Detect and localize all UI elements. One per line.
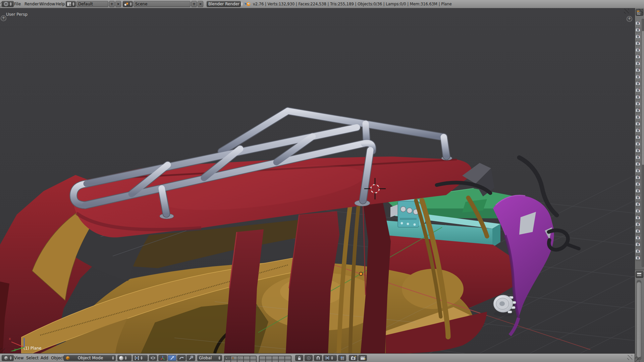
scene-lock-toggle[interactable]: [295, 355, 303, 361]
outliner-row-render-toggle[interactable]: [635, 34, 641, 40]
manipulator-scale-button[interactable]: [186, 355, 195, 361]
outliner-row-render-toggle[interactable]: [635, 168, 641, 174]
opengl-render-still-button[interactable]: [349, 355, 358, 361]
render-restrict-camera-icon[interactable]: [635, 81, 641, 85]
snap-toggle[interactable]: [314, 355, 322, 361]
layer-button-0-1-0[interactable]: [224, 360, 231, 362]
editor-type-selector-info[interactable]: [2, 1, 14, 7]
render-restrict-camera-icon[interactable]: [635, 148, 641, 153]
outliner-row-render-toggle[interactable]: [635, 54, 641, 60]
scene-name-field[interactable]: Scene: [133, 1, 191, 7]
area-resize-corner[interactable]: [627, 355, 632, 360]
render-restrict-camera-icon[interactable]: [635, 229, 641, 233]
outliner-row-render-toggle[interactable]: [635, 94, 641, 100]
outliner-row-render-toggle[interactable]: [635, 215, 641, 221]
outliner-row-render-toggle[interactable]: [635, 47, 641, 53]
outliner-row-render-toggle[interactable]: [635, 201, 641, 207]
outliner-row-render-toggle[interactable]: [635, 188, 641, 194]
render-restrict-camera-icon[interactable]: [635, 74, 641, 79]
layer-button-1-0-3[interactable]: [278, 356, 285, 360]
area-resize-corner[interactable]: [635, 357, 640, 362]
render-restrict-camera-icon[interactable]: [635, 182, 641, 186]
proportional-edit-selector[interactable]: [305, 355, 313, 361]
layers-block-1[interactable]: [224, 356, 257, 362]
render-restrict-camera-icon[interactable]: [635, 108, 641, 112]
outliner-scrollbar[interactable]: [642, 19, 644, 267]
outliner-row-render-toggle[interactable]: [635, 121, 641, 127]
snap-element-selector[interactable]: [323, 355, 337, 361]
outliner-row-render-toggle[interactable]: [635, 87, 641, 94]
menu-select[interactable]: Select: [26, 354, 39, 362]
render-restrict-camera-icon[interactable]: [635, 202, 641, 206]
properties-scrollbar[interactable]: [637, 280, 641, 360]
toolshelf-expand-button[interactable]: +: [1, 15, 6, 21]
area-resize-corner[interactable]: [0, 348, 5, 353]
outliner-row-render-toggle[interactable]: [635, 27, 641, 33]
add-screen-layout-button[interactable]: +: [109, 1, 115, 7]
layer-button-0-1-2[interactable]: [237, 360, 244, 362]
layer-button-0-1-3[interactable]: [244, 360, 250, 362]
outliner-row-render-toggle[interactable]: [635, 228, 641, 234]
opengl-render-anim-button[interactable]: [358, 355, 367, 361]
layer-button-1-1-2[interactable]: [272, 360, 278, 362]
viewport-shading-selector[interactable]: [117, 355, 131, 361]
render-restrict-camera-icon[interactable]: [635, 249, 641, 253]
layer-button-0-0-2[interactable]: [237, 356, 244, 360]
layer-button-1-0-0[interactable]: [259, 356, 266, 360]
outliner-row-render-toggle[interactable]: [635, 181, 641, 187]
menu-render[interactable]: Render: [24, 0, 39, 8]
render-engine-selector[interactable]: Blender Render: [207, 1, 241, 7]
outliner-row-render-toggle[interactable]: [635, 161, 641, 167]
render-restrict-camera-icon[interactable]: [635, 88, 641, 92]
outliner-row-render-toggle[interactable]: [635, 241, 641, 248]
render-restrict-camera-icon[interactable]: [635, 222, 641, 226]
render-restrict-camera-icon[interactable]: [635, 215, 641, 220]
render-restrict-camera-icon[interactable]: [635, 41, 641, 45]
outliner-row-render-toggle[interactable]: [635, 174, 641, 181]
layer-button-0-0-0[interactable]: [224, 356, 231, 360]
properties-scrollbar-thumb[interactable]: [637, 282, 641, 357]
menu-view[interactable]: View: [14, 354, 23, 362]
layer-button-1-0-4[interactable]: [285, 356, 291, 360]
outliner-row-render-toggle[interactable]: [635, 114, 641, 120]
outliner-row-render-toggle[interactable]: [635, 107, 641, 114]
outliner-row-render-toggle[interactable]: [635, 235, 641, 241]
3d-scene[interactable]: [0, 8, 635, 353]
render-restrict-camera-icon[interactable]: [635, 21, 641, 25]
render-restrict-camera-icon[interactable]: [635, 235, 641, 240]
outliner-row-render-toggle[interactable]: [635, 80, 641, 87]
render-restrict-camera-icon[interactable]: [635, 242, 641, 246]
layer-button-1-0-1[interactable]: [266, 356, 272, 360]
render-restrict-camera-icon[interactable]: [635, 95, 641, 99]
outliner-render-toggle-column[interactable]: [635, 20, 641, 269]
render-restrict-camera-icon[interactable]: [635, 135, 641, 139]
outliner-row-render-toggle[interactable]: [635, 141, 641, 147]
menu-add[interactable]: Add: [41, 354, 48, 362]
layer-button-1-1-1[interactable]: [266, 360, 272, 362]
menu-file[interactable]: File: [14, 0, 21, 8]
manipulator-toggle[interactable]: [158, 355, 167, 361]
mode-selector[interactable]: Object Mode: [64, 355, 116, 361]
layer-button-0-0-4[interactable]: [250, 356, 256, 360]
layer-button-1-1-0[interactable]: [259, 360, 266, 362]
render-restrict-camera-icon[interactable]: [635, 155, 641, 159]
render-restrict-camera-icon[interactable]: [635, 195, 641, 199]
layer-button-0-1-4[interactable]: [250, 360, 256, 362]
menu-help[interactable]: Help: [56, 0, 65, 8]
unlink-scene-button[interactable]: ×: [198, 1, 203, 7]
render-restrict-camera-icon[interactable]: [635, 162, 641, 166]
outliner-row-render-toggle[interactable]: [635, 60, 641, 67]
outliner-row-render-toggle[interactable]: [635, 208, 641, 214]
outliner-row-render-toggle[interactable]: [635, 134, 641, 140]
pivot-point-selector[interactable]: [133, 355, 148, 361]
render-restrict-camera-icon[interactable]: [635, 68, 641, 72]
delete-screen-layout-button[interactable]: ×: [115, 1, 121, 7]
outliner-row-render-toggle[interactable]: [635, 74, 641, 80]
add-scene-button[interactable]: +: [191, 1, 197, 7]
render-restrict-camera-icon[interactable]: [635, 121, 641, 126]
area-resize-corner[interactable]: [624, 9, 629, 14]
outliner-scrollbar-thumb[interactable]: [642, 31, 644, 165]
render-restrict-camera-icon[interactable]: [635, 168, 641, 173]
render-restrict-camera-icon[interactable]: [635, 188, 641, 193]
render-restrict-camera-icon[interactable]: [635, 27, 641, 32]
